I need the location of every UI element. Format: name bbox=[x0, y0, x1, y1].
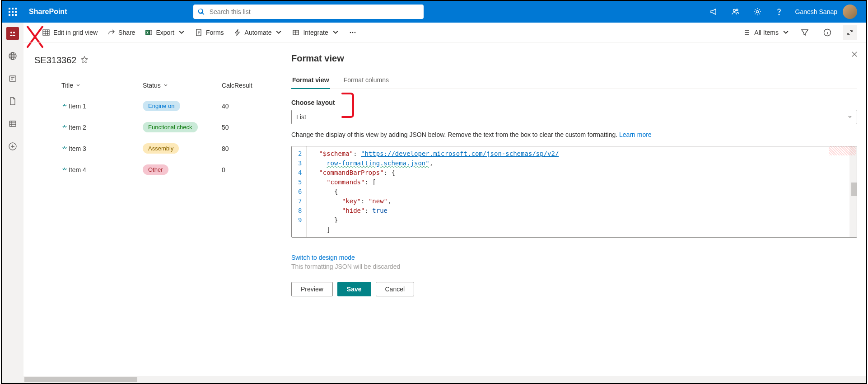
more-icon bbox=[349, 29, 356, 36]
settings-icon[interactable] bbox=[747, 1, 768, 23]
rail-file-icon[interactable] bbox=[5, 94, 20, 108]
search-box[interactable] bbox=[193, 5, 424, 19]
more-button[interactable] bbox=[349, 29, 356, 36]
automate-button[interactable]: Automate bbox=[234, 29, 283, 36]
rail-add-icon[interactable] bbox=[5, 139, 20, 154]
row-title: Item 2 bbox=[69, 124, 86, 131]
svg-rect-15 bbox=[293, 30, 299, 35]
svg-point-5 bbox=[13, 32, 15, 33]
rail-site-icon[interactable] bbox=[5, 26, 20, 41]
chevron-down-icon bbox=[782, 29, 789, 36]
svg-rect-8 bbox=[9, 76, 16, 81]
expand-button[interactable] bbox=[843, 25, 857, 40]
svg-point-16 bbox=[350, 32, 351, 33]
list-view-icon bbox=[743, 29, 751, 36]
search-input[interactable] bbox=[210, 8, 420, 15]
status-badge: Functional check bbox=[143, 122, 198, 132]
rail-news-icon[interactable] bbox=[5, 71, 20, 86]
svg-point-2 bbox=[756, 11, 758, 13]
table-row[interactable]: Item 2 Functional check 50 bbox=[34, 117, 271, 138]
title-cell: Item 4 bbox=[61, 166, 143, 173]
svg-point-4 bbox=[10, 32, 12, 33]
learn-more-link[interactable]: Learn more bbox=[619, 131, 652, 138]
svg-point-0 bbox=[733, 9, 735, 12]
svg-rect-11 bbox=[43, 30, 49, 35]
status-badge: Engine on bbox=[143, 101, 180, 111]
favorite-star-icon[interactable] bbox=[81, 56, 88, 65]
help-text: Change the display of this view by addin… bbox=[291, 131, 857, 140]
info-button[interactable] bbox=[820, 25, 835, 40]
megaphone-icon[interactable] bbox=[703, 1, 725, 23]
svg-point-1 bbox=[736, 9, 738, 11]
table-row[interactable]: Item 1 Engine on 40 bbox=[34, 95, 271, 117]
integrate-button[interactable]: Integrate bbox=[292, 29, 339, 36]
rail-list-icon[interactable] bbox=[5, 117, 20, 131]
suite-header: SharePoint Ganesh Sanap bbox=[2, 1, 866, 23]
cancel-button[interactable]: Cancel bbox=[376, 282, 415, 296]
share-icon bbox=[107, 29, 115, 36]
title-cell: Item 2 bbox=[61, 124, 143, 131]
column-header-title[interactable]: Title bbox=[61, 82, 143, 89]
design-mode-subtext: This formatting JSON will be discarded bbox=[291, 263, 857, 270]
editor-minimap[interactable] bbox=[849, 146, 857, 237]
horizontal-scrollbar[interactable] bbox=[23, 376, 866, 383]
status-badge: Assembly bbox=[143, 143, 179, 154]
svg-point-3 bbox=[779, 14, 779, 15]
tab-format-columns[interactable]: Format columns bbox=[343, 73, 390, 89]
view-selector[interactable]: All Items bbox=[743, 29, 789, 36]
chevron-down-icon bbox=[178, 29, 185, 36]
svg-point-18 bbox=[354, 32, 355, 33]
panel-title: Format view bbox=[291, 53, 857, 64]
layout-select[interactable]: List bbox=[291, 110, 857, 124]
user-avatar[interactable] bbox=[843, 5, 857, 19]
row-title: Item 3 bbox=[69, 145, 86, 152]
brand-label[interactable]: SharePoint bbox=[23, 8, 72, 16]
tab-format-view[interactable]: Format view bbox=[291, 73, 330, 89]
title-cell: Item 1 bbox=[61, 103, 143, 110]
row-title: Item 4 bbox=[69, 166, 86, 173]
save-button[interactable]: Save bbox=[337, 282, 371, 296]
editor-content[interactable]: "$schema": "https://developer.microsoft.… bbox=[307, 146, 857, 237]
calc-value: 80 bbox=[222, 145, 267, 152]
help-icon[interactable] bbox=[768, 1, 790, 23]
title-cell: Item 3 bbox=[61, 145, 143, 152]
svg-rect-13 bbox=[150, 30, 152, 35]
left-rail bbox=[2, 23, 23, 383]
automate-icon bbox=[234, 29, 241, 36]
calc-value: 50 bbox=[222, 124, 267, 131]
filter-button[interactable] bbox=[798, 25, 812, 40]
close-button[interactable] bbox=[851, 51, 858, 59]
people-icon[interactable] bbox=[725, 1, 747, 23]
editor-gutter: 23456789 bbox=[292, 146, 307, 237]
status-badge: Other bbox=[143, 164, 168, 175]
preview-button[interactable]: Preview bbox=[291, 282, 333, 296]
excel-icon bbox=[145, 29, 152, 36]
app-launcher[interactable] bbox=[2, 1, 23, 23]
table-row[interactable]: Item 4 Other 0 bbox=[34, 159, 271, 180]
list-title: SE313362 bbox=[34, 55, 76, 66]
table-row[interactable]: Item 3 Assembly 80 bbox=[34, 138, 271, 159]
share-button[interactable]: Share bbox=[107, 29, 135, 36]
svg-rect-9 bbox=[9, 121, 16, 126]
list-area: SE313362 Title Status CalcResult Item 1 … bbox=[23, 42, 282, 383]
chevron-down-icon bbox=[275, 29, 282, 36]
switch-design-mode-link[interactable]: Switch to design mode bbox=[291, 254, 857, 261]
choose-layout-label: Choose layout bbox=[291, 99, 857, 106]
chevron-down-icon bbox=[332, 29, 339, 36]
integrate-icon bbox=[292, 29, 299, 36]
column-header-calc[interactable]: CalcResult bbox=[222, 82, 267, 89]
export-button[interactable]: Export bbox=[145, 29, 185, 36]
format-view-panel: Format view Format view Format columns C… bbox=[282, 42, 866, 383]
json-editor[interactable]: 23456789 "$schema": "https://developer.m… bbox=[291, 146, 857, 238]
forms-button[interactable]: Forms bbox=[195, 29, 224, 36]
calc-value: 40 bbox=[222, 103, 267, 110]
svg-point-17 bbox=[352, 32, 353, 33]
column-header-status[interactable]: Status bbox=[143, 82, 222, 89]
grid-icon bbox=[42, 29, 50, 36]
rail-globe-icon[interactable] bbox=[5, 49, 20, 63]
edit-grid-button[interactable]: Edit in grid view bbox=[42, 29, 98, 36]
row-title: Item 1 bbox=[69, 103, 86, 110]
user-name[interactable]: Ganesh Sanap bbox=[790, 8, 843, 15]
calc-value: 0 bbox=[222, 166, 267, 173]
chevron-down-icon bbox=[848, 115, 852, 119]
